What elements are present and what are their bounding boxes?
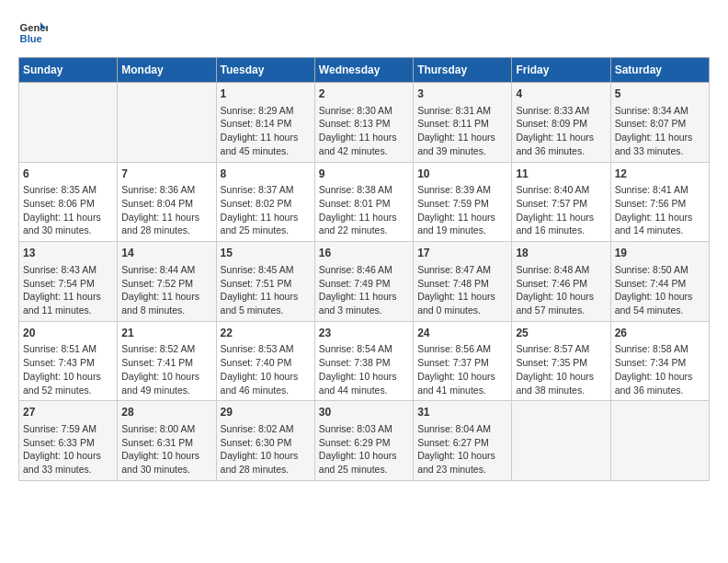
calendar-cell: 31Sunrise: 8:04 AMSunset: 6:27 PMDayligh… bbox=[414, 401, 512, 481]
calendar-cell: 30Sunrise: 8:03 AMSunset: 6:29 PMDayligh… bbox=[314, 401, 413, 481]
weekday-header-sunday: Sunday bbox=[19, 58, 118, 83]
day-info: Sunrise: 8:31 AMSunset: 8:11 PMDaylight:… bbox=[417, 104, 507, 158]
day-number: 8 bbox=[221, 167, 311, 182]
calendar-cell: 21Sunrise: 8:52 AMSunset: 7:41 PMDayligh… bbox=[118, 321, 216, 401]
day-info: Sunrise: 8:43 AMSunset: 7:54 PMDaylight:… bbox=[23, 263, 113, 317]
day-number: 31 bbox=[417, 405, 507, 420]
day-number: 30 bbox=[319, 405, 409, 420]
page-header: General Blue bbox=[18, 18, 710, 48]
calendar-cell: 15Sunrise: 8:45 AMSunset: 7:51 PMDayligh… bbox=[216, 242, 314, 322]
day-number: 22 bbox=[221, 326, 311, 341]
calendar-cell: 5Sunrise: 8:34 AMSunset: 8:07 PMDaylight… bbox=[610, 83, 709, 163]
day-number: 13 bbox=[23, 246, 113, 261]
calendar-cell: 9Sunrise: 8:38 AMSunset: 8:01 PMDaylight… bbox=[314, 162, 413, 242]
logo-icon: General Blue bbox=[18, 18, 48, 48]
day-number: 21 bbox=[121, 326, 211, 341]
day-info: Sunrise: 8:50 AMSunset: 7:44 PMDaylight:… bbox=[615, 263, 705, 317]
calendar-cell: 27Sunrise: 7:59 AMSunset: 6:33 PMDayligh… bbox=[19, 401, 118, 481]
weekday-header-monday: Monday bbox=[118, 58, 216, 83]
day-number: 9 bbox=[319, 167, 409, 182]
day-info: Sunrise: 8:35 AMSunset: 8:06 PMDaylight:… bbox=[23, 183, 113, 237]
day-info: Sunrise: 8:38 AMSunset: 8:01 PMDaylight:… bbox=[319, 183, 409, 237]
calendar-cell: 25Sunrise: 8:57 AMSunset: 7:35 PMDayligh… bbox=[512, 321, 610, 401]
calendar-week-1: 1Sunrise: 8:29 AMSunset: 8:14 PMDaylight… bbox=[19, 83, 710, 163]
day-info: Sunrise: 8:33 AMSunset: 8:09 PMDaylight:… bbox=[516, 104, 606, 158]
calendar-cell: 7Sunrise: 8:36 AMSunset: 8:04 PMDaylight… bbox=[118, 162, 216, 242]
calendar-cell: 3Sunrise: 8:31 AMSunset: 8:11 PMDaylight… bbox=[414, 83, 512, 163]
day-info: Sunrise: 8:34 AMSunset: 8:07 PMDaylight:… bbox=[615, 104, 705, 158]
day-info: Sunrise: 8:54 AMSunset: 7:38 PMDaylight:… bbox=[319, 342, 409, 396]
calendar-cell: 8Sunrise: 8:37 AMSunset: 8:02 PMDaylight… bbox=[216, 162, 314, 242]
calendar-cell bbox=[118, 83, 216, 163]
day-info: Sunrise: 8:53 AMSunset: 7:40 PMDaylight:… bbox=[221, 342, 311, 396]
day-info: Sunrise: 8:44 AMSunset: 7:52 PMDaylight:… bbox=[121, 263, 211, 317]
day-number: 25 bbox=[516, 326, 606, 341]
calendar-cell bbox=[512, 401, 610, 481]
weekday-header-saturday: Saturday bbox=[610, 58, 709, 83]
calendar-cell: 28Sunrise: 8:00 AMSunset: 6:31 PMDayligh… bbox=[118, 401, 216, 481]
calendar-cell: 26Sunrise: 8:58 AMSunset: 7:34 PMDayligh… bbox=[610, 321, 709, 401]
calendar-table: SundayMondayTuesdayWednesdayThursdayFrid… bbox=[18, 57, 710, 481]
day-info: Sunrise: 8:48 AMSunset: 7:46 PMDaylight:… bbox=[516, 263, 606, 317]
calendar-cell: 4Sunrise: 8:33 AMSunset: 8:09 PMDaylight… bbox=[512, 83, 610, 163]
day-number: 18 bbox=[516, 246, 606, 261]
calendar-cell: 20Sunrise: 8:51 AMSunset: 7:43 PMDayligh… bbox=[19, 321, 118, 401]
calendar-cell: 24Sunrise: 8:56 AMSunset: 7:37 PMDayligh… bbox=[414, 321, 512, 401]
calendar-week-3: 13Sunrise: 8:43 AMSunset: 7:54 PMDayligh… bbox=[19, 242, 710, 322]
weekday-header-wednesday: Wednesday bbox=[314, 58, 413, 83]
day-number: 12 bbox=[615, 167, 705, 182]
calendar-cell: 13Sunrise: 8:43 AMSunset: 7:54 PMDayligh… bbox=[19, 242, 118, 322]
day-number: 3 bbox=[417, 86, 507, 102]
day-number: 1 bbox=[221, 86, 311, 102]
day-info: Sunrise: 8:30 AMSunset: 8:13 PMDaylight:… bbox=[319, 104, 409, 158]
day-info: Sunrise: 8:41 AMSunset: 7:56 PMDaylight:… bbox=[615, 183, 705, 237]
day-info: Sunrise: 8:29 AMSunset: 8:14 PMDaylight:… bbox=[221, 104, 311, 158]
logo: General Blue bbox=[18, 18, 55, 48]
day-number: 29 bbox=[221, 405, 311, 420]
day-info: Sunrise: 8:03 AMSunset: 6:29 PMDaylight:… bbox=[319, 422, 409, 477]
day-number: 7 bbox=[121, 167, 211, 182]
day-info: Sunrise: 8:45 AMSunset: 7:51 PMDaylight:… bbox=[221, 263, 311, 317]
day-info: Sunrise: 8:39 AMSunset: 7:59 PMDaylight:… bbox=[417, 183, 507, 237]
calendar-cell: 17Sunrise: 8:47 AMSunset: 7:48 PMDayligh… bbox=[414, 242, 512, 322]
calendar-cell bbox=[19, 83, 118, 163]
calendar-cell: 2Sunrise: 8:30 AMSunset: 8:13 PMDaylight… bbox=[314, 83, 413, 163]
day-number: 16 bbox=[319, 246, 409, 261]
day-number: 17 bbox=[417, 246, 507, 261]
day-number: 11 bbox=[516, 167, 606, 182]
day-info: Sunrise: 7:59 AMSunset: 6:33 PMDaylight:… bbox=[23, 422, 113, 477]
day-info: Sunrise: 8:47 AMSunset: 7:48 PMDaylight:… bbox=[417, 263, 507, 317]
calendar-cell: 23Sunrise: 8:54 AMSunset: 7:38 PMDayligh… bbox=[314, 321, 413, 401]
calendar-week-2: 6Sunrise: 8:35 AMSunset: 8:06 PMDaylight… bbox=[19, 162, 710, 242]
calendar-cell: 6Sunrise: 8:35 AMSunset: 8:06 PMDaylight… bbox=[19, 162, 118, 242]
day-info: Sunrise: 8:46 AMSunset: 7:49 PMDaylight:… bbox=[319, 263, 409, 317]
calendar-cell bbox=[610, 401, 709, 481]
day-number: 28 bbox=[121, 405, 211, 420]
weekday-header-friday: Friday bbox=[512, 58, 610, 83]
weekday-header-thursday: Thursday bbox=[414, 58, 512, 83]
weekday-header-tuesday: Tuesday bbox=[216, 58, 314, 83]
day-number: 19 bbox=[615, 246, 705, 261]
calendar-cell: 18Sunrise: 8:48 AMSunset: 7:46 PMDayligh… bbox=[512, 242, 610, 322]
day-info: Sunrise: 8:57 AMSunset: 7:35 PMDaylight:… bbox=[516, 342, 606, 396]
day-info: Sunrise: 8:36 AMSunset: 8:04 PMDaylight:… bbox=[121, 183, 211, 237]
day-info: Sunrise: 8:40 AMSunset: 7:57 PMDaylight:… bbox=[516, 183, 606, 237]
day-info: Sunrise: 8:00 AMSunset: 6:31 PMDaylight:… bbox=[121, 422, 211, 477]
day-number: 10 bbox=[417, 167, 507, 182]
day-info: Sunrise: 8:58 AMSunset: 7:34 PMDaylight:… bbox=[615, 342, 705, 396]
calendar-cell: 12Sunrise: 8:41 AMSunset: 7:56 PMDayligh… bbox=[610, 162, 709, 242]
calendar-cell: 10Sunrise: 8:39 AMSunset: 7:59 PMDayligh… bbox=[414, 162, 512, 242]
day-number: 2 bbox=[319, 86, 409, 102]
day-info: Sunrise: 8:37 AMSunset: 8:02 PMDaylight:… bbox=[221, 183, 311, 237]
day-info: Sunrise: 8:02 AMSunset: 6:30 PMDaylight:… bbox=[221, 422, 311, 477]
calendar-cell: 11Sunrise: 8:40 AMSunset: 7:57 PMDayligh… bbox=[512, 162, 610, 242]
calendar-week-4: 20Sunrise: 8:51 AMSunset: 7:43 PMDayligh… bbox=[19, 321, 710, 401]
day-info: Sunrise: 8:56 AMSunset: 7:37 PMDaylight:… bbox=[417, 342, 507, 396]
day-number: 23 bbox=[319, 326, 409, 341]
day-number: 27 bbox=[23, 405, 113, 420]
day-number: 26 bbox=[615, 326, 705, 341]
calendar-cell: 19Sunrise: 8:50 AMSunset: 7:44 PMDayligh… bbox=[610, 242, 709, 322]
calendar-cell: 16Sunrise: 8:46 AMSunset: 7:49 PMDayligh… bbox=[314, 242, 413, 322]
day-number: 24 bbox=[417, 326, 507, 341]
day-number: 6 bbox=[23, 167, 113, 182]
